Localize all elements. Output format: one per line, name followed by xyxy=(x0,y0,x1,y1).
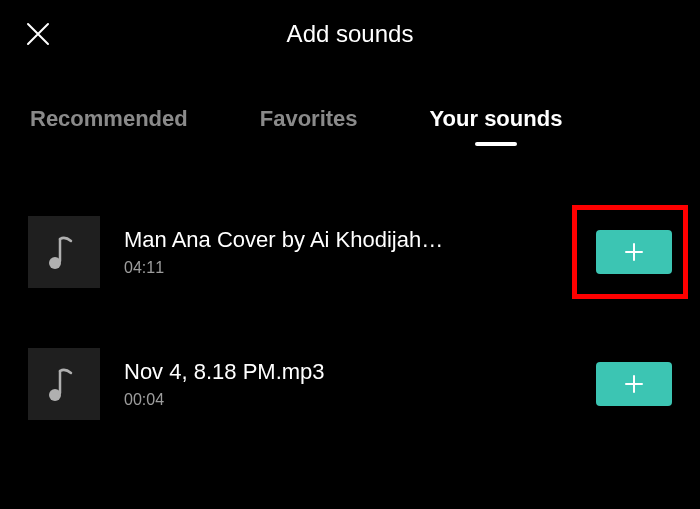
sound-title: Man Ana Cover by Ai Khodijah… xyxy=(124,227,596,253)
sound-item: Man Ana Cover by Ai Khodijah… 04:11 xyxy=(28,216,672,288)
sound-item: Nov 4, 8.18 PM.mp3 00:04 xyxy=(28,348,672,420)
sound-thumbnail[interactable] xyxy=(28,216,100,288)
close-icon xyxy=(24,20,52,48)
sound-duration: 00:04 xyxy=(124,391,596,409)
tab-favorites[interactable]: Favorites xyxy=(260,106,358,146)
sound-info: Nov 4, 8.18 PM.mp3 00:04 xyxy=(124,359,596,409)
tab-your-sounds[interactable]: Your sounds xyxy=(430,106,563,146)
svg-point-1 xyxy=(49,389,61,401)
add-sound-button[interactable] xyxy=(596,230,672,274)
header: Add sounds xyxy=(0,0,700,66)
svg-point-0 xyxy=(49,257,61,269)
tabs-container: Recommended Favorites Your sounds xyxy=(0,66,700,146)
sound-duration: 04:11 xyxy=(124,259,596,277)
plus-icon xyxy=(623,373,645,395)
sound-thumbnail[interactable] xyxy=(28,348,100,420)
tab-recommended[interactable]: Recommended xyxy=(30,106,188,146)
add-sound-button[interactable] xyxy=(596,362,672,406)
plus-icon xyxy=(623,241,645,263)
sound-info: Man Ana Cover by Ai Khodijah… 04:11 xyxy=(124,227,596,277)
music-note-icon xyxy=(47,233,81,271)
sound-list: Man Ana Cover by Ai Khodijah… 04:11 Nov … xyxy=(0,146,700,420)
sound-title: Nov 4, 8.18 PM.mp3 xyxy=(124,359,596,385)
music-note-icon xyxy=(47,365,81,403)
close-button[interactable] xyxy=(24,20,52,48)
page-title: Add sounds xyxy=(287,20,414,48)
